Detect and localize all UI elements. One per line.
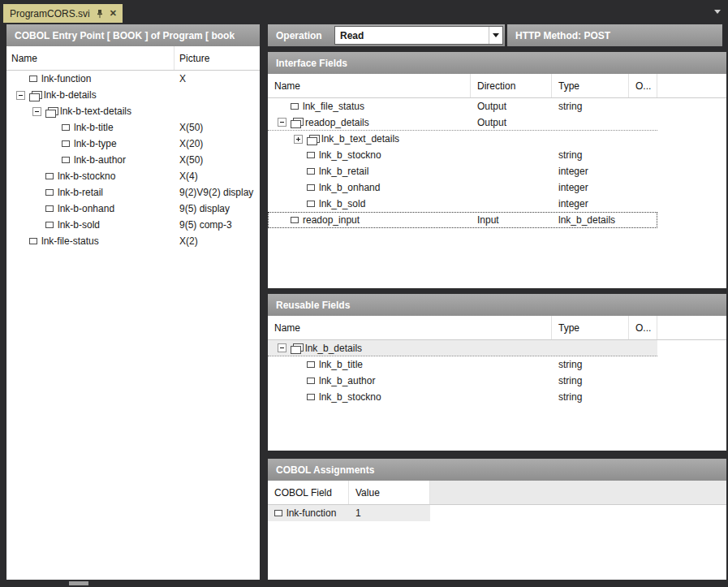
tree-row[interactable]: lnk-b-stockno X(4): [6, 168, 260, 184]
row-label: lnk-b-type: [74, 138, 117, 149]
row-label: lnk-b-onhand: [58, 203, 114, 214]
pin-icon[interactable]: [96, 9, 104, 19]
document-tab[interactable]: ProgramCORS.svi ✕: [3, 4, 123, 23]
horizontal-scrollbar-thumb[interactable]: [69, 581, 88, 585]
chevron-down-icon[interactable]: [714, 10, 721, 14]
picture-value: 9(5) comp-3: [174, 217, 260, 233]
reusable-fields-header: Reusable Fields: [268, 294, 726, 316]
tree-row[interactable]: lnk_b_sold integer: [268, 196, 726, 212]
field-icon: [45, 189, 54, 196]
assignment-row[interactable]: lnk-function 1: [268, 505, 726, 521]
http-method-label: HTTP Method: POST: [507, 24, 722, 46]
tree-expander-minus-icon[interactable]: [32, 107, 41, 116]
tree-expander-plus-icon[interactable]: [294, 135, 303, 144]
field-icon: [274, 510, 282, 516]
type-value: [552, 114, 629, 130]
column-header-direction[interactable]: Direction: [471, 74, 552, 97]
tree-expander-minus-icon[interactable]: [278, 118, 286, 127]
picture-value: 9(2)V9(2) display: [174, 184, 260, 201]
operation-label: Operation: [276, 30, 322, 41]
tree-row[interactable]: lnk-b-type X(20): [6, 136, 260, 152]
interface-grid-header: Name Direction Type O...: [268, 74, 726, 98]
operation-select[interactable]: Read: [334, 26, 503, 45]
field-icon: [62, 124, 70, 131]
interface-fields-panel: Interface Fields Name Direction Type O..…: [268, 52, 726, 288]
tree-row[interactable]: lnk_b_title string: [268, 356, 726, 373]
picture-value: X(4): [174, 168, 260, 184]
column-header-name[interactable]: Name: [268, 74, 471, 97]
tree-row-highlighted[interactable]: lnk_b_details: [268, 340, 726, 356]
type-value: string: [552, 356, 629, 373]
tree-expander-minus-icon[interactable]: [278, 343, 286, 352]
row-label: lnk_b_stockno: [319, 391, 381, 403]
picture-value: X(2): [174, 233, 260, 249]
row-label: lnk_b_author: [319, 375, 375, 386]
type-value: string: [552, 373, 629, 389]
row-label: lnk_b_onhand: [319, 182, 380, 193]
tree-expander-minus-icon[interactable]: [16, 91, 25, 100]
picture-value: X: [174, 71, 260, 87]
direction-value: [471, 131, 552, 147]
tree-row[interactable]: lnk-b-title X(50): [6, 119, 260, 136]
column-header-overflow[interactable]: O...: [629, 316, 657, 339]
tree-row[interactable]: lnk-b-text-details: [6, 103, 260, 119]
tree-row[interactable]: lnk_b_retail integer: [268, 163, 726, 179]
type-value: string: [552, 98, 629, 114]
tree-row[interactable]: lnk-b-retail 9(2)V9(2) display: [6, 184, 260, 201]
tree-row[interactable]: lnk-b-author X(50): [6, 152, 260, 168]
row-label: lnk_b_details: [305, 343, 362, 354]
picture-value: X(50): [174, 119, 260, 136]
tree-row[interactable]: lnk_b_onhand integer: [268, 179, 726, 196]
row-label: lnk_b_title: [319, 359, 363, 370]
tree-row[interactable]: lnk_b_text_details: [268, 131, 726, 147]
column-header-type[interactable]: Type: [552, 316, 629, 339]
tree-row[interactable]: lnk-function X: [6, 71, 260, 87]
column-header-cobol-field[interactable]: COBOL Field: [268, 481, 349, 504]
field-icon: [45, 205, 54, 212]
dropdown-button[interactable]: [489, 27, 502, 44]
column-header-picture[interactable]: Picture: [174, 46, 260, 70]
entry-point-panel: COBOL Entry Point [ BOOK ] of Program [ …: [6, 24, 260, 580]
direction-value: Input: [471, 212, 552, 228]
direction-value: [471, 163, 552, 179]
tree-row[interactable]: lnk-b-onhand 9(5) display: [6, 201, 260, 217]
type-value: integer: [552, 196, 629, 212]
column-header-value[interactable]: Value: [349, 481, 430, 504]
tree-row[interactable]: lnk-b-sold 9(5) comp-3: [6, 217, 260, 233]
picture-value: [174, 103, 260, 119]
tree-row[interactable]: readop_details Output: [268, 114, 726, 131]
tree-row[interactable]: lnk_b_author string: [268, 373, 726, 389]
group-icon: [45, 107, 57, 116]
close-icon[interactable]: ✕: [110, 9, 117, 18]
field-icon: [307, 184, 315, 191]
field-icon: [29, 238, 37, 244]
field-icon: [307, 201, 315, 207]
column-header-name[interactable]: Name: [6, 46, 174, 70]
field-icon: [307, 361, 315, 368]
field-icon: [29, 76, 37, 82]
column-header-type[interactable]: Type: [552, 74, 629, 97]
direction-value: [471, 196, 552, 212]
cobol-assignments-header: COBOL Assignments: [268, 459, 726, 481]
tree-row[interactable]: lnk_b_stockno string: [268, 389, 726, 405]
type-value: [552, 131, 629, 147]
column-header-overflow[interactable]: O...: [629, 74, 657, 97]
tree-row[interactable]: lnk_b_stockno string: [268, 147, 726, 163]
field-icon: [307, 168, 315, 175]
entry-point-header: COBOL Entry Point [ BOOK ] of Program [ …: [6, 24, 260, 46]
row-label: lnk-b-details: [44, 89, 97, 101]
row-label: lnk_b_stockno: [319, 149, 381, 161]
field-icon: [291, 217, 299, 223]
row-label: readop_input: [303, 214, 360, 226]
type-value: string: [552, 389, 629, 405]
interface-fields-header: Interface Fields: [268, 52, 726, 74]
column-header-name[interactable]: Name: [268, 316, 552, 339]
group-icon: [291, 343, 302, 352]
tree-row[interactable]: lnk_file_status Output string: [268, 98, 726, 114]
field-icon: [45, 173, 54, 179]
tree-row[interactable]: lnk-b-details: [6, 87, 260, 103]
type-value: integer: [552, 163, 629, 179]
picture-value: X(50): [174, 152, 260, 168]
tree-row-selected[interactable]: readop_input Input lnk_b_details: [268, 212, 726, 228]
tree-row[interactable]: lnk-file-status X(2): [6, 233, 260, 249]
